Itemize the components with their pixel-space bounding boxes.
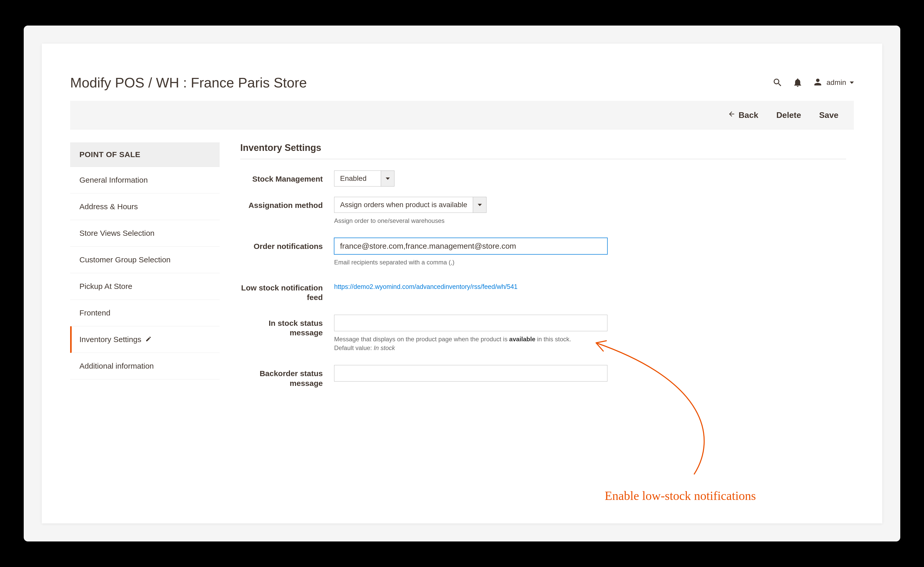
label-col: In stock status message [240, 315, 334, 338]
sidebar-item-label: Inventory Settings [80, 335, 141, 344]
save-button[interactable]: Save [819, 110, 838, 120]
delete-button[interactable]: Delete [776, 110, 801, 120]
field-label: Stock Management [252, 174, 323, 183]
user-icon [813, 77, 823, 88]
field-col: https://demo2.wyomind.com/advancedinvent… [334, 280, 846, 290]
main-panel: Inventory Settings Stock Management Enab… [240, 142, 854, 400]
field-col: Email recipients separated with a comma … [334, 238, 846, 267]
action-bar: Back Delete Save [70, 101, 854, 129]
low-stock-feed-link[interactable]: https://demo2.wyomind.com/advancedinvent… [334, 283, 518, 290]
pencil-icon [146, 335, 152, 344]
content-region: Modify POS / WH : France Paris Store adm… [70, 72, 854, 523]
in-stock-status-input[interactable] [334, 315, 608, 331]
sidebar-item-label: Additional information [80, 362, 154, 370]
label-col: Backorder status message [240, 365, 334, 388]
sidebar-item-store-views[interactable]: Store Views Selection [70, 220, 220, 247]
sidebar-item-address-hours[interactable]: Address & Hours [70, 194, 220, 220]
backorder-status-input[interactable] [334, 365, 608, 382]
user-menu[interactable]: admin [813, 77, 854, 88]
user-label: admin [826, 78, 846, 87]
field-label: Backorder status message [260, 369, 323, 388]
field-col: Message that displays on the product pag… [334, 315, 846, 353]
sidebar-item-label: Customer Group Selection [80, 256, 171, 264]
back-button[interactable]: Back [728, 110, 759, 120]
body-region: POINT OF SALE General Information Addres… [70, 142, 854, 400]
row-low-stock-feed: Low stock notification feed https://demo… [240, 280, 846, 302]
outer-frame: Modify POS / WH : France Paris Store adm… [24, 26, 900, 541]
sidebar-item-general-information[interactable]: General Information [70, 167, 220, 194]
sidebar-item-label: General Information [80, 176, 148, 185]
sidebar-item-label: Frontend [80, 308, 110, 317]
sidebar-item-pickup[interactable]: Pickup At Store [70, 273, 220, 300]
row-assignation-method: Assignation method Assign orders when pr… [240, 197, 846, 226]
field-label: Assignation method [249, 201, 323, 209]
field-col: Enabled [334, 170, 846, 186]
notifications-icon[interactable] [792, 77, 803, 88]
sidebar-item-frontend[interactable]: Frontend [70, 300, 220, 326]
sidebar-item-customer-group[interactable]: Customer Group Selection [70, 247, 220, 273]
search-icon[interactable] [772, 77, 783, 88]
field-col [334, 365, 846, 382]
select-value: Enabled [334, 171, 381, 186]
row-in-stock-status: In stock status message Message that dis… [240, 315, 846, 353]
row-backorder-status: Backorder status message [240, 365, 846, 388]
page-title: Modify POS / WH : France Paris Store [70, 75, 307, 90]
row-stock-management: Stock Management Enabled [240, 170, 846, 186]
sidebar-item-label: Store Views Selection [80, 229, 154, 238]
row-order-notifications: Order notifications Email recipients sep… [240, 238, 846, 267]
field-col: Assign orders when product is available … [334, 197, 846, 226]
label-col: Assignation method [240, 197, 334, 210]
back-label: Back [739, 110, 759, 120]
sidebar-header: POINT OF SALE [70, 142, 220, 167]
label-col: Stock Management [240, 170, 334, 184]
label-col: Order notifications [240, 238, 334, 251]
select-value: Assign orders when product is available [334, 197, 473, 212]
chevron-down-icon [381, 171, 394, 186]
sidebar-item-additional-info[interactable]: Additional information [70, 353, 220, 379]
field-hint: Message that displays on the product pag… [334, 335, 846, 353]
sidebar-item-label: Pickup At Store [80, 282, 132, 291]
stock-management-select[interactable]: Enabled [334, 170, 394, 186]
app-window: Modify POS / WH : France Paris Store adm… [42, 44, 882, 523]
field-label: In stock status message [268, 319, 323, 337]
sidebar-item-inventory-settings[interactable]: Inventory Settings [70, 326, 220, 353]
field-label: Order notifications [254, 242, 323, 251]
chevron-down-icon [473, 197, 486, 212]
field-label: Low stock notification feed [241, 284, 323, 302]
sidebar: POINT OF SALE General Information Addres… [70, 142, 220, 400]
arrow-left-icon [728, 110, 735, 120]
chevron-down-icon [850, 81, 854, 84]
section-title: Inventory Settings [240, 142, 846, 159]
assignation-method-select[interactable]: Assign orders when product is available [334, 197, 486, 213]
label-col: Low stock notification feed [240, 280, 334, 302]
header-right: admin [772, 77, 854, 88]
top-header: Modify POS / WH : France Paris Store adm… [70, 72, 854, 101]
field-hint: Assign order to one/several warehouses [334, 217, 846, 226]
field-hint: Email recipients separated with a comma … [334, 258, 846, 267]
sidebar-item-label: Address & Hours [80, 202, 138, 211]
order-notifications-input[interactable] [334, 238, 608, 254]
